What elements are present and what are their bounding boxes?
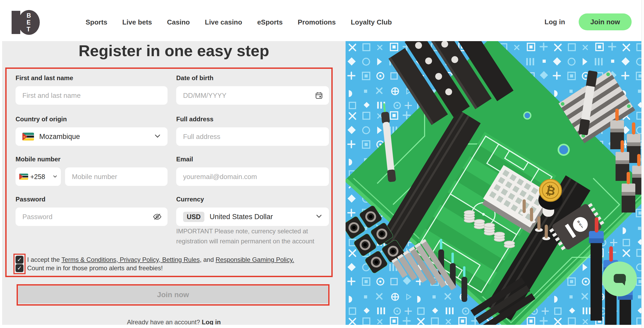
nav-item-promotions[interactable]: Promotions	[298, 18, 336, 26]
country-select[interactable]: ★ Mozambique	[16, 127, 168, 146]
calendar-icon[interactable]	[315, 91, 323, 100]
promo-checkbox[interactable]: ✓	[16, 264, 23, 272]
terms-checkbox[interactable]: ✓	[16, 256, 23, 264]
dial-code-value: +258	[30, 173, 45, 181]
currency-selected-value: United States Dollar	[210, 213, 273, 221]
chat-bubble-icon	[610, 269, 629, 288]
nav-item-live-casino[interactable]: Live casino	[205, 18, 242, 26]
currency-field-label: Currency	[176, 196, 329, 203]
flag-mozambique-icon	[19, 173, 28, 180]
chat-widget-button[interactable]	[602, 262, 637, 296]
svg-text:★: ★	[23, 135, 26, 138]
currency-note: IMPORTANT Please note, currency selected…	[176, 226, 329, 246]
eye-off-icon[interactable]	[153, 212, 162, 221]
page-title: Register in one easy step	[2, 42, 346, 60]
responsible-gaming-link[interactable]: Responsible Gaming Policy.	[215, 256, 294, 263]
join-now-nav-button[interactable]: Join now	[579, 13, 632, 30]
join-now-submit-button[interactable]: Join now	[18, 286, 328, 303]
password-input[interactable]	[16, 208, 168, 226]
logo-letters: BET	[27, 12, 30, 33]
nav-item-live-bets[interactable]: Live bets	[122, 18, 152, 26]
address-field-label: Full address	[176, 115, 329, 123]
country-selected-value: Mozambique	[39, 133, 80, 141]
bitcoin-illustration: ₿	[538, 179, 563, 210]
registration-panel: Register in one easy step First and last…	[2, 41, 346, 325]
name-field-label: First and last name	[16, 74, 168, 82]
currency-code-badge: USD	[183, 212, 204, 222]
email-field-label: Email	[176, 156, 329, 163]
terms-links[interactable]: Terms & Conditions, Privacy Policy, Bett…	[61, 256, 201, 263]
footer-login-link[interactable]: Log in	[202, 319, 221, 325]
password-field-label: Password	[16, 196, 168, 203]
chevron-down-icon	[53, 174, 57, 179]
dob-input[interactable]	[176, 86, 329, 105]
chevron-down-icon	[316, 214, 322, 219]
name-input[interactable]	[16, 86, 168, 105]
terms-consent-label: I accept the Terms & Conditions, Privacy…	[27, 256, 294, 263]
nav-item-loyalty-club[interactable]: Loyalty Club	[351, 18, 392, 26]
nav-item-casino[interactable]: Casino	[167, 18, 190, 26]
nav-item-esports[interactable]: eSports	[257, 18, 283, 26]
login-prompt: Already have an account? Log in	[2, 319, 346, 325]
nav-item-sports[interactable]: Sports	[86, 18, 107, 26]
chevron-down-icon	[154, 134, 161, 139]
mobile-number-input[interactable]	[65, 167, 168, 186]
nav-actions: Log in Join now	[544, 0, 632, 41]
address-input[interactable]	[176, 127, 329, 146]
main-menu: Sports Live bets Casino Live casino eSpo…	[86, 0, 392, 41]
page-root: ₿ B E T	[0, 0, 644, 328]
brand-logo[interactable]: BET	[12, 10, 40, 35]
country-field-label: Country of origin	[16, 115, 168, 123]
dial-code-select[interactable]: +258	[16, 167, 61, 186]
login-link[interactable]: Log in	[544, 18, 565, 26]
stadium-motherboard-illustration: ₿ B E T	[346, 41, 644, 325]
top-navigation-bar: BET Sports Live bets Casino Live casino …	[0, 0, 644, 41]
page-scrollbar[interactable]	[641, 0, 644, 328]
currency-select[interactable]: USD United States Dollar	[176, 208, 329, 226]
promo-consent-label: Count me in for those promo alerts and f…	[27, 264, 163, 272]
dob-field-label: Date of birth	[176, 74, 329, 82]
flag-mozambique-icon: ★	[22, 133, 34, 141]
mobile-field-label: Mobile number	[16, 156, 168, 163]
email-input[interactable]	[176, 167, 329, 186]
